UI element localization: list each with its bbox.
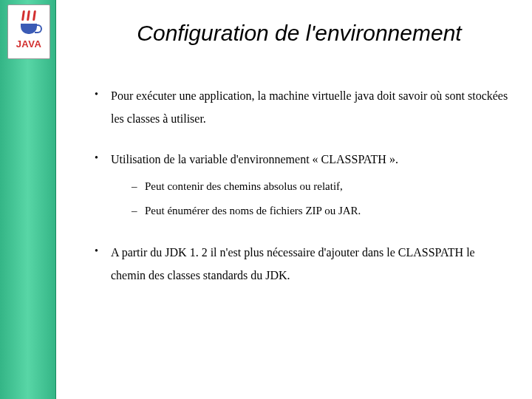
- bullet-text: A partir du JDK 1. 2 il n'est plus néces…: [111, 246, 475, 282]
- bullet-item: Pour exécuter une application, la machin…: [95, 84, 510, 130]
- bullet-item: A partir du JDK 1. 2 il n'est plus néces…: [95, 241, 510, 287]
- bullet-list: Pour exécuter une application, la machin…: [81, 84, 510, 287]
- sub-text: Peut contenir des chemins absolus ou rel…: [145, 180, 343, 192]
- java-logo: JAVA: [7, 4, 50, 59]
- sub-list: Peut contenir des chemins absolus ou rel…: [111, 174, 510, 223]
- java-cup-icon: [18, 15, 40, 34]
- slide-title: Configuration de l'environnement: [89, 21, 510, 46]
- slide-content: Configuration de l'environnement Pour ex…: [56, 0, 532, 399]
- bullet-text: Utilisation de la variable d'environneme…: [111, 153, 398, 166]
- sub-item: Peut énumérer des noms de fichiers ZIP o…: [132, 199, 510, 223]
- bullet-item: Utilisation de la variable d'environneme…: [95, 148, 510, 222]
- bullet-text: Pour exécuter une application, la machin…: [111, 89, 508, 125]
- logo-text: JAVA: [16, 38, 42, 50]
- sub-text: Peut énumérer des noms de fichiers ZIP o…: [145, 205, 361, 216]
- sub-item: Peut contenir des chemins absolus ou rel…: [132, 174, 510, 199]
- sidebar: JAVA: [0, 0, 56, 399]
